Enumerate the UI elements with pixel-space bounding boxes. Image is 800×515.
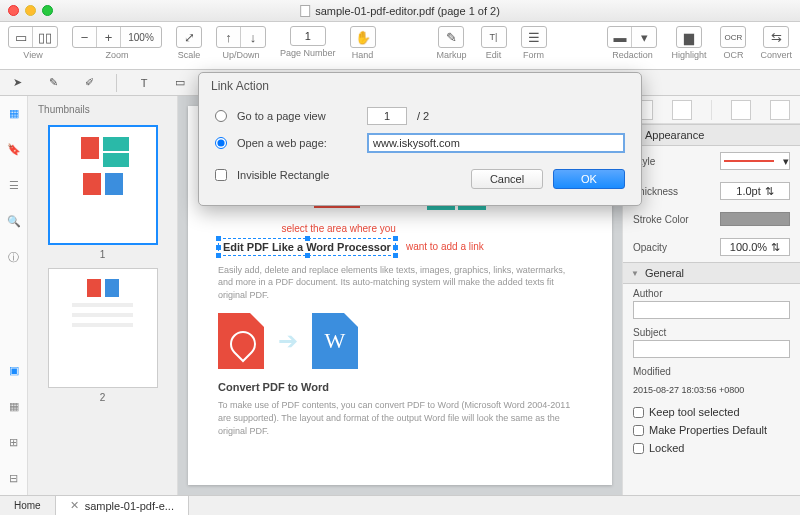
close-window[interactable]	[8, 5, 19, 16]
form-icon[interactable]: ☰	[522, 27, 546, 47]
page-down-icon[interactable]: ↓	[241, 27, 265, 47]
thumb-2-label: 2	[34, 392, 171, 403]
dialog-title: Link Action	[199, 73, 641, 99]
properties-panel: ▼Appearance Style▾ Thickness1.0pt⇅ Strok…	[622, 96, 800, 495]
highlight-label: Highlight	[671, 50, 706, 60]
panel-icon-3[interactable]: ⊞	[5, 433, 23, 451]
keep-tool-label: Keep tool selected	[649, 406, 740, 418]
thickness-input[interactable]: 1.0pt⇅	[720, 182, 790, 200]
markup-label: Markup	[436, 50, 466, 60]
page-total-label: / 2	[417, 110, 429, 122]
thumbnail-1[interactable]	[48, 125, 158, 245]
style-select[interactable]: ▾	[720, 152, 790, 170]
thumbnails-tab-icon[interactable]: ▦	[5, 104, 23, 122]
markup-icon[interactable]: ✎	[439, 27, 463, 47]
ok-button[interactable]: OK	[553, 169, 625, 189]
ocr-icon[interactable]: OCR	[721, 27, 745, 47]
view-single-icon[interactable]: ▭	[9, 27, 33, 47]
thumbnails-label: Thumbnails	[34, 102, 171, 117]
minimize-window[interactable]	[25, 5, 36, 16]
subject-label: Subject	[633, 327, 790, 338]
locked-checkbox[interactable]	[633, 443, 644, 454]
make-default-checkbox[interactable]	[633, 425, 644, 436]
open-webpage-label: Open a web page:	[237, 137, 357, 149]
author-input[interactable]	[633, 301, 790, 319]
search-tab-icon[interactable]: 🔍	[5, 212, 23, 230]
zoom-pct[interactable]: 100%	[121, 27, 161, 47]
hand-label: Hand	[352, 50, 374, 60]
panel-icon-4[interactable]: ⊟	[5, 469, 23, 487]
redaction-dd-icon[interactable]: ▾	[632, 27, 656, 47]
zoom-window[interactable]	[42, 5, 53, 16]
page-up-icon[interactable]: ↑	[217, 27, 241, 47]
author-label: Author	[633, 288, 790, 299]
arrow-right-icon: ➔	[278, 327, 298, 355]
prop-tab-2[interactable]	[672, 100, 692, 120]
url-input[interactable]	[367, 133, 625, 153]
pagenum-label: Page Number	[280, 48, 336, 58]
redaction-label: Redaction	[612, 50, 653, 60]
scale-label: Scale	[178, 50, 201, 60]
locked-label: Locked	[649, 442, 684, 454]
modified-value: 2015-08-27 18:03:56 +0800	[623, 383, 800, 403]
annotation-1: select the area where you	[281, 223, 396, 234]
opacity-label: Opacity	[633, 242, 667, 253]
link-selection-box[interactable]: Edit PDF Like a Word Processor	[218, 238, 396, 256]
stroke-color-swatch[interactable]	[720, 212, 790, 226]
updown-label: Up/Down	[222, 50, 259, 60]
main-toolbar: ▭▯▯ View −+100% Zoom ⤢ Scale ↑↓ Up/Down …	[0, 22, 800, 70]
outline-tab-icon[interactable]: ☰	[5, 176, 23, 194]
prop-tab-4[interactable]	[770, 100, 790, 120]
note-tool-icon[interactable]: ▭	[171, 74, 189, 92]
document-tab[interactable]: ✕sample-01-pdf-e...	[56, 496, 189, 516]
text-tool-icon[interactable]: T	[135, 74, 153, 92]
ocr-label: OCR	[723, 50, 743, 60]
scale-icon[interactable]: ⤢	[177, 27, 201, 47]
hand-tool-icon[interactable]: ✋	[351, 27, 375, 47]
goto-page-input[interactable]	[367, 107, 407, 125]
pencil-tool-icon[interactable]: ✐	[80, 74, 98, 92]
edit-icon[interactable]: T|	[482, 27, 506, 47]
stroke-label: Stroke Color	[633, 214, 689, 225]
thumbnail-2[interactable]	[48, 268, 158, 388]
appearance-header[interactable]: ▼Appearance	[623, 124, 800, 146]
thumb-1-label: 1	[34, 249, 171, 260]
convert-label: Convert	[760, 50, 792, 60]
goto-page-radio[interactable]	[215, 110, 227, 122]
view-label: View	[23, 50, 42, 60]
bottom-tabs: Home ✕sample-01-pdf-e...	[0, 495, 800, 515]
zoom-out-icon[interactable]: −	[73, 27, 97, 47]
page-number-input[interactable]	[290, 26, 326, 46]
form-label: Form	[523, 50, 544, 60]
para-1: Easily add, delete and replace elements …	[218, 264, 582, 302]
open-webpage-radio[interactable]	[215, 137, 227, 149]
make-default-label: Make Properties Default	[649, 424, 767, 436]
heading-convert: Convert PDF to Word	[218, 381, 582, 393]
bookmarks-tab-icon[interactable]: 🔖	[5, 140, 23, 158]
general-header[interactable]: ▼General	[623, 262, 800, 284]
opacity-input[interactable]: 100.0%⇅	[720, 238, 790, 256]
info-tab-icon[interactable]: ⓘ	[5, 248, 23, 266]
convert-icon[interactable]: ⇆	[764, 27, 788, 47]
highlighter-tool-icon[interactable]: ✎	[44, 74, 62, 92]
window-title: sample-01-pdf-editor.pdf (page 1 of 2)	[300, 5, 500, 17]
view-double-icon[interactable]: ▯▯	[33, 27, 57, 47]
word-file-icon: W	[312, 313, 358, 369]
keep-tool-checkbox[interactable]	[633, 407, 644, 418]
panel-icon-1[interactable]: ▣	[5, 361, 23, 379]
invisible-rect-label: Invisible Rectangle	[237, 169, 329, 181]
titlebar: sample-01-pdf-editor.pdf (page 1 of 2)	[0, 0, 800, 22]
annotation-2: want to add a link	[406, 241, 484, 252]
subject-input[interactable]	[633, 340, 790, 358]
prop-tab-3[interactable]	[731, 100, 751, 120]
cursor-tool-icon[interactable]: ➤	[8, 74, 26, 92]
cancel-button[interactable]: Cancel	[471, 169, 543, 189]
invisible-rect-checkbox[interactable]	[215, 169, 227, 181]
zoom-in-icon[interactable]: +	[97, 27, 121, 47]
panel-icon-2[interactable]: ▦	[5, 397, 23, 415]
highlight-icon[interactable]: ▆	[677, 27, 701, 47]
left-rail: ▦ 🔖 ☰ 🔍 ⓘ ▣ ▦ ⊞ ⊟	[0, 96, 28, 495]
redaction-icon[interactable]: ▬	[608, 27, 632, 47]
home-tab[interactable]: Home	[0, 496, 56, 516]
zoom-label: Zoom	[105, 50, 128, 60]
